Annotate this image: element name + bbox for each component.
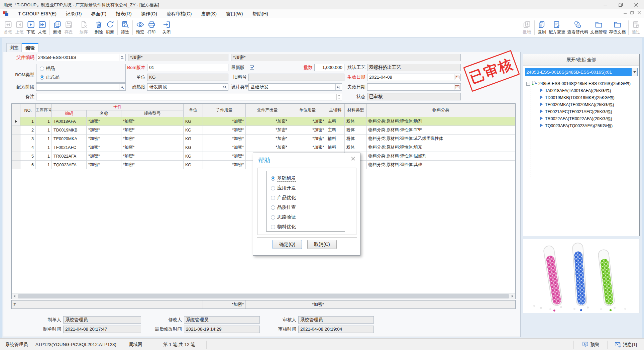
cell-step[interactable]: 1 [36,143,52,152]
cell-no[interactable]: 3 [20,135,36,143]
menu-operation[interactable]: 操作(O) [136,9,162,18]
menu-report[interactable]: 报表(R) [111,9,136,18]
mdi-close-icon[interactable] [637,11,641,14]
formula-change-button[interactable]: 配方变更 [548,19,566,36]
delete-button[interactable]: 删除 [93,19,104,36]
next-record-button[interactable]: 下笔 [25,19,36,36]
horizontal-scrollbar[interactable] [12,293,515,299]
table-row[interactable]: 2 1 TD0019MKB *加密* *加密* KG *加密* *加密* *加密… [12,126,515,135]
calendar-icon[interactable]: 31 [454,84,460,90]
header-no[interactable]: NO. [20,104,36,117]
cell-unit[interactable]: KG [184,135,203,143]
cell-unit[interactable]: KG [184,117,203,126]
cell-child-qty[interactable]: *加密* [203,161,246,169]
cell-spec[interactable]: *加密* [121,126,184,135]
cancel-button[interactable]: 取消(C) [307,240,337,249]
cell-step[interactable]: 1 [36,161,52,169]
header-child-group[interactable]: 子件 [52,104,184,110]
header-unit[interactable]: 单位 [184,104,203,117]
cell-no[interactable]: 4 [20,143,36,152]
cell-main-aux[interactable]: 辅料 [326,143,345,152]
effective-date-field[interactable]: 2021-04-08 31 [367,74,461,81]
expire-date-field[interactable]: 31 [367,83,461,91]
print-button[interactable]: 打印 [146,19,157,36]
menu-flow-audit[interactable]: 流程审核(C) [162,9,196,18]
new-button[interactable]: 新增 [51,19,63,36]
cell-step[interactable]: 1 [36,135,52,143]
scroll-left-icon[interactable] [12,293,17,299]
view-substitute-button[interactable]: 查看替代料 [566,19,589,36]
cell-name[interactable]: *加密* [87,143,121,152]
cell-child-qty[interactable]: *加密* [203,152,246,161]
menu-window[interactable]: 窗口(W) [221,9,248,18]
cell-name[interactable]: *加密* [87,126,121,135]
cell-parent-output[interactable]: *加密* [246,143,289,152]
header-code[interactable]: 编码 [52,110,87,117]
parent-code-lookup-icon[interactable] [119,55,125,61]
cell-unit[interactable]: KG [184,161,203,169]
tree-item[interactable]: TA0018AFA(TA0018AFA)(25KG/包) [534,88,611,94]
cell-code[interactable]: TE0020MKA [52,135,87,143]
alert-button[interactable]: 预警 [574,339,607,350]
message-button[interactable]: 消息[1] [608,339,644,350]
menu-tgroup-erp[interactable]: T-GROUP ERP(E) [13,9,61,18]
dialog-close-icon[interactable] [350,156,356,162]
cell-child-qty[interactable]: *加密* [203,126,246,135]
header-unit-qty[interactable]: 单位用量 [289,104,326,117]
collapse-icon[interactable] [526,82,530,86]
cell-material-class[interactable]: 物料分类:原材料:弹性体:其他 [367,161,515,169]
cell-no[interactable]: 6 [20,161,36,169]
tree-item[interactable]: TQ0023AFA(TQ0023AFA)(25KG/包) [534,123,613,129]
cell-spec[interactable]: *加密* [121,152,184,161]
bom-type-formal-option[interactable]: 正式品 [40,74,60,80]
bom-type-sample-option[interactable]: 样品 [40,66,55,72]
cell-step[interactable]: 1 [36,117,52,126]
filter-button[interactable]: 筛选 [119,19,131,36]
design-type-field[interactable]: 基础研发 [248,83,342,91]
cell-unit[interactable]: KG [184,126,203,135]
doc-manage-button[interactable]: 文档管理 [589,19,608,36]
tab-edit[interactable]: 编辑 [22,43,38,52]
cell-material-type[interactable]: 粉体 [345,117,367,126]
batch-field[interactable]: 1,000.000 [314,64,344,71]
cell-parent-output[interactable]: *加密* [246,135,289,143]
menu-record[interactable]: 记录(R) [61,9,86,18]
close-form-button[interactable]: 关闭 [161,19,172,36]
header-material-class[interactable]: 物料分类 [367,104,515,117]
mdi-minimize-icon[interactable] [623,11,627,14]
option-basic-rd[interactable]: 基础研发 [271,175,296,181]
cell-material-class[interactable]: 物料分类:原材料:弹性体:苯乙烯类弹性体 [367,135,515,143]
cell-spec[interactable]: *加密* [121,135,184,143]
cell-step[interactable]: 1 [36,126,52,135]
maturity-lookup-icon[interactable] [222,84,228,90]
option-app-dev[interactable]: 应用开发 [271,185,296,191]
cell-code[interactable]: TR0022AFA [52,152,87,161]
cell-material-class[interactable]: 物料分类:原材料:弹性体:填充 [367,143,515,152]
cell-material-type[interactable]: 粉体 [345,126,367,135]
bom-version-combo[interactable]: 2485B-ESS-0016S(2485B-ESS-0016S):01 [525,68,638,76]
cell-unit[interactable]: KG [184,152,203,161]
cell-child-qty[interactable]: *加密* [203,117,246,126]
cell-child-qty[interactable]: *加密* [203,143,246,152]
cell-step[interactable]: 1 [36,152,52,161]
last-record-button[interactable]: 末笔 [36,19,48,36]
header-main-aux[interactable]: 主辅料 [326,104,345,117]
tree-item[interactable]: TR0022AFA(TR0022AFA)(20KG/包) [534,116,612,122]
latest-version-checkbox[interactable] [250,65,254,70]
cell-name[interactable]: *加密* [87,152,121,161]
maturity-field[interactable]: 研发阶段 [147,83,228,91]
cell-material-class[interactable]: 物料分类:原材料:弹性体:阻燃剂 [367,152,515,161]
cell-code[interactable]: TF0021AFC [52,143,87,152]
cell-unit-qty[interactable]: *加密* [289,135,326,143]
stock-doc-button[interactable]: 存货文档 [608,19,627,36]
cell-spec[interactable]: *加密* [121,143,184,152]
scroll-right-icon[interactable] [510,293,515,299]
restore-button[interactable] [613,0,628,9]
header-spec[interactable]: 规格型号 [121,110,184,117]
cell-material-type[interactable]: 粉体 [345,143,367,152]
spinner-icon[interactable] [336,94,341,100]
cell-parent-output[interactable]: *加密* [246,126,289,135]
cell-material-type[interactable]: 粉体 [345,135,367,143]
menu-skin[interactable]: 皮肤(S) [196,9,221,18]
cell-name[interactable]: *加密* [87,135,121,143]
